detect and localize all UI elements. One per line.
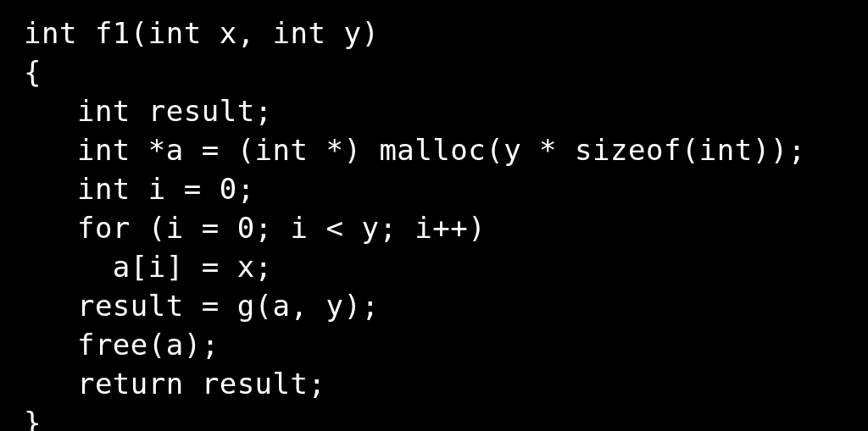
code-line: int result; xyxy=(24,94,273,128)
code-line: { xyxy=(24,55,42,89)
code-line: for (i = 0; i < y; i++) xyxy=(24,211,486,245)
code-block: int f1(int x, int y) { int result; int *… xyxy=(0,0,868,431)
code-line: int f1(int x, int y) xyxy=(24,16,379,50)
code-line: return result; xyxy=(24,367,326,401)
code-line: int *a = (int *) malloc(y * sizeof(int))… xyxy=(24,133,806,167)
code-line: free(a); xyxy=(24,328,220,362)
code-line: } xyxy=(24,406,42,431)
code-line: a[i] = x; xyxy=(24,250,273,284)
code-line: int i = 0; xyxy=(24,172,255,206)
code-line: result = g(a, y); xyxy=(24,289,379,323)
